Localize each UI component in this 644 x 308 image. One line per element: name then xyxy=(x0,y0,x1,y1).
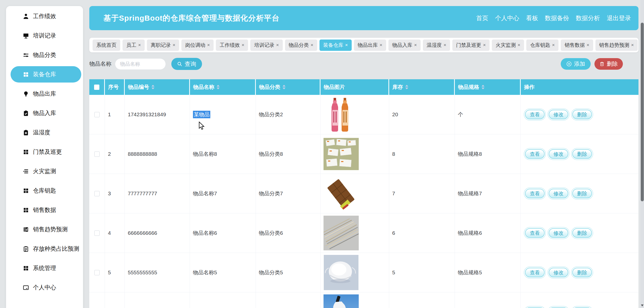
close-icon[interactable]: × xyxy=(483,42,486,48)
close-icon[interactable]: × xyxy=(444,42,446,48)
nav-logout[interactable]: 退出登录 xyxy=(607,14,631,22)
sidebar-item-item-inbound[interactable]: 物品入库 xyxy=(6,103,83,123)
sort-carets[interactable] xyxy=(405,85,408,89)
tab-item-inbound[interactable]: 物品入库× xyxy=(388,40,421,51)
sort-carets[interactable] xyxy=(283,85,286,89)
sidebar-item-item-outbound[interactable]: 物品出库 xyxy=(6,84,83,103)
row-checkbox[interactable] xyxy=(94,230,100,236)
sidebar-item-equipment-warehouse[interactable]: 装备仓库 xyxy=(11,66,81,83)
medical-kit-image xyxy=(324,136,359,172)
add-button[interactable]: 添加 xyxy=(561,58,591,70)
sidebar-item-training-record[interactable]: 培训记录 xyxy=(6,26,83,45)
edit-button[interactable]: 修改 xyxy=(549,149,568,159)
row-delete-button[interactable]: 删除 xyxy=(572,228,592,238)
close-icon[interactable]: × xyxy=(345,42,348,48)
edit-button[interactable]: 修改 xyxy=(549,189,568,198)
tab-system-home[interactable]: 系统首页 xyxy=(93,40,120,51)
row-checkbox[interactable] xyxy=(94,151,100,157)
sidebar-item-access-patrol[interactable]: 门禁及巡更 xyxy=(6,142,83,162)
tab-sales-trend-forecast[interactable]: 销售趋势预测× xyxy=(595,40,638,51)
search-input[interactable] xyxy=(115,58,166,70)
view-button[interactable]: 查看 xyxy=(525,268,545,277)
close-icon[interactable]: × xyxy=(631,42,634,48)
sliders-icon xyxy=(23,52,29,58)
row-delete-button[interactable]: 删除 xyxy=(572,189,592,198)
monitor-icon xyxy=(23,32,29,39)
page-title: 基于SpringBoot的仓库综合管理与数据化分析平台 xyxy=(103,13,279,23)
close-icon[interactable]: × xyxy=(586,42,589,48)
row-checkbox[interactable] xyxy=(94,270,100,275)
edit-button[interactable]: 修改 xyxy=(549,268,568,277)
edit-button[interactable]: 修改 xyxy=(549,228,568,238)
sidebar-item-temp-humidity[interactable]: 温湿度 xyxy=(6,123,83,142)
tab-warehouse-key[interactable]: 仓库钥匙× xyxy=(526,40,558,51)
close-icon[interactable]: × xyxy=(552,42,555,48)
nav-data-backup[interactable]: 数据备份 xyxy=(545,14,569,22)
tab-sales-data[interactable]: 销售数据× xyxy=(561,40,593,51)
row-delete-button[interactable]: 删除 xyxy=(572,110,592,119)
view-button[interactable]: 查看 xyxy=(525,110,545,119)
tab-item-outbound[interactable]: 物品出库× xyxy=(354,40,386,51)
nav-dashboard[interactable]: 看板 xyxy=(526,14,538,22)
sidebar-item-sales-data[interactable]: 销售数据 xyxy=(6,200,83,220)
close-icon[interactable]: × xyxy=(276,42,279,48)
edit-button[interactable]: 修改 xyxy=(549,110,568,119)
view-button[interactable]: 查看 xyxy=(525,228,545,238)
close-icon[interactable]: × xyxy=(414,42,417,48)
close-icon[interactable]: × xyxy=(207,42,210,48)
tab-work-performance[interactable]: 工作绩效× xyxy=(216,40,248,51)
view-button[interactable]: 查看 xyxy=(525,149,545,159)
app-header: 基于SpringBoot的仓库综合管理与数据化分析平台 首页 个人中心 看板 数… xyxy=(89,6,638,30)
table-row: 3 7777777777 物品名称7 物品分类7 xyxy=(89,174,638,213)
row-checkbox[interactable] xyxy=(94,112,100,117)
scrollbar-thumb[interactable] xyxy=(641,23,644,201)
scroll-down-icon[interactable] xyxy=(641,304,643,306)
sidebar-item-label: 门禁及巡更 xyxy=(33,148,62,156)
tab-employee[interactable]: 员工× xyxy=(123,40,145,51)
sidebar-item-storage-ratio-forecast[interactable]: 存放种类占比预测 xyxy=(6,239,83,258)
trash-icon xyxy=(599,61,605,66)
query-button[interactable]: 查询 xyxy=(171,58,202,70)
nav-personal-center[interactable]: 个人中心 xyxy=(495,14,519,22)
table-row: 4 6666666666 物品名称6 物品分类6 xyxy=(89,213,638,253)
close-icon[interactable]: × xyxy=(517,42,520,48)
tab-temp-humidity[interactable]: 温湿度× xyxy=(423,40,450,51)
sidebar-item-sales-trend-forecast[interactable]: 销售趋势预测 xyxy=(6,220,83,239)
sidebar-item-fire-monitor[interactable]: 火灾监测 xyxy=(6,162,83,181)
nav-data-analysis[interactable]: 数据分析 xyxy=(576,14,600,22)
row-delete-button[interactable]: 删除 xyxy=(572,268,592,277)
sort-carets[interactable] xyxy=(217,85,220,89)
row-delete-button[interactable]: 删除 xyxy=(572,149,592,159)
tab-training-record[interactable]: 培训记录× xyxy=(250,40,283,51)
delete-button[interactable]: 删除 xyxy=(594,58,623,70)
list-icon xyxy=(23,168,29,175)
row-checkbox[interactable] xyxy=(94,191,100,196)
sidebar-item-warehouse-key[interactable]: 仓库钥匙 xyxy=(6,181,83,200)
nav-home[interactable]: 首页 xyxy=(476,14,488,22)
sidebar-item-label: 系统管理 xyxy=(33,264,56,272)
sidebar-item-personal-center[interactable]: 个人中心 xyxy=(6,278,83,297)
sidebar-item-work-performance[interactable]: 工作绩效 xyxy=(6,7,83,26)
view-button[interactable]: 查看 xyxy=(525,189,545,198)
sidebar-item-item-category[interactable]: 物品分类 xyxy=(6,45,83,65)
sidebar-item-label: 温湿度 xyxy=(33,129,50,136)
select-all-checkbox[interactable] xyxy=(94,85,99,90)
tab-fire-monitor[interactable]: 火灾监测× xyxy=(492,40,524,51)
close-icon[interactable]: × xyxy=(242,42,244,48)
sidebar-item-label: 物品出库 xyxy=(33,90,56,98)
sort-carets[interactable] xyxy=(151,85,154,89)
close-icon[interactable]: × xyxy=(380,42,382,48)
tab-item-category[interactable]: 物品分类× xyxy=(285,40,317,51)
close-icon[interactable]: × xyxy=(173,42,175,48)
tab-position-transfer[interactable]: 岗位调动× xyxy=(181,40,214,51)
sidebar-item-system-management[interactable]: 系统管理 xyxy=(6,258,83,278)
header-nav: 首页 个人中心 看板 数据备份 数据分析 退出登录 xyxy=(476,14,631,22)
tab-access-patrol[interactable]: 门禁及巡更× xyxy=(452,40,490,51)
sort-carets[interactable] xyxy=(481,85,485,89)
close-icon[interactable]: × xyxy=(138,42,141,48)
tab-resignation-record[interactable]: 离职记录× xyxy=(147,40,179,51)
close-icon[interactable]: × xyxy=(311,42,313,48)
tab-equipment-warehouse[interactable]: 装备仓库× xyxy=(319,40,352,51)
toolbar: 物品名称 查询 添加 删除 xyxy=(89,57,638,70)
sidebar: 工作绩效 培训记录 物品分类 装备仓库 物品出库 物品入库 温湿度 门禁及巡更 … xyxy=(6,6,83,308)
